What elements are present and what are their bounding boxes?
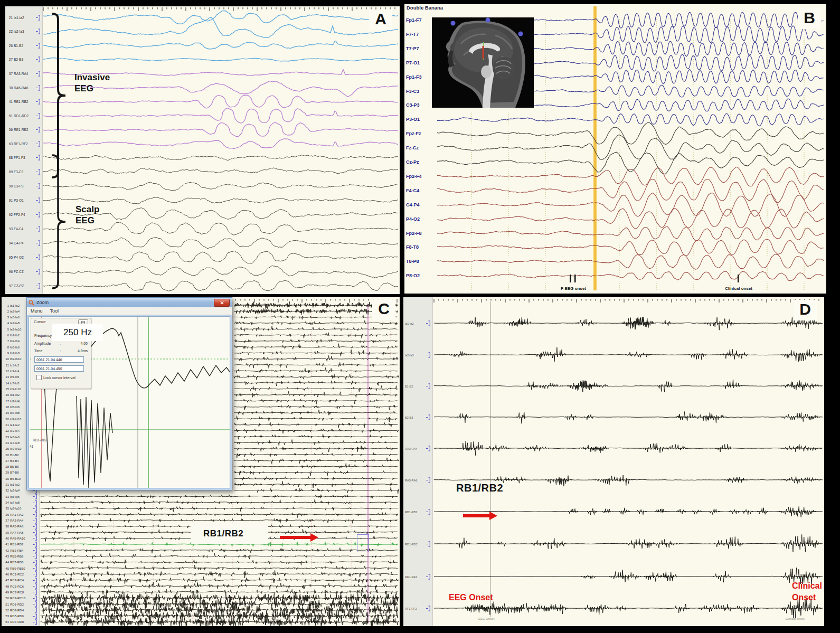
zoom-window-title: Zoom: [36, 300, 49, 305]
menu-item-tool[interactable]: Tool: [50, 308, 59, 314]
scale-marker-icon: [33, 500, 39, 506]
scale-marker-icon: [36, 85, 42, 91]
clinical-onset-label: Clinical Onset: [792, 580, 822, 603]
scale-marker-icon: [426, 477, 432, 483]
zoom-channel-number: 41: [30, 445, 33, 448]
scale-marker-icon: [33, 613, 39, 619]
menu-item-menu[interactable]: Menu: [31, 308, 43, 314]
channel-label-row: 51 RD1-RD2: [2, 602, 39, 607]
channel-label-row: 97 CZ-PZ: [5, 283, 42, 288]
scale-marker-icon: [36, 15, 42, 21]
scale-marker-icon: [33, 589, 39, 595]
channel-label-row: 52 RD3-RD4: [2, 608, 39, 613]
scale-marker-icon: [36, 29, 42, 34]
channel-label: T8-P8: [406, 258, 419, 264]
scale-marker-icon: [33, 596, 39, 601]
feeg-onset-label: F-EEG onset: [561, 286, 586, 291]
channel-label: P7-O1: [406, 60, 420, 66]
scale-marker-icon: [426, 446, 432, 451]
lock-cursor-row: Lock cursor interval: [36, 375, 75, 380]
channel-label-row: 44 RB7-RB8: [2, 560, 39, 565]
amplitude-value: 4.00: [64, 342, 88, 346]
scale-marker-icon: [36, 197, 42, 203]
channel-label-row: 89 F3-C3: [5, 169, 42, 174]
zoom-window-menubar: Menu Tool: [27, 307, 232, 315]
scale-marker-icon: [36, 141, 42, 147]
channel-label-row: 22 la2-la3: [5, 29, 42, 34]
channel-label-row: 27 B2-B3: [5, 57, 42, 62]
amplitude-label: Amplitude: [34, 342, 56, 346]
scale-marker-icon: [426, 606, 432, 611]
channel-label: Fp2-F8: [406, 230, 422, 237]
scale-marker-icon: [33, 560, 39, 565]
channel-label-row: 40 RA9-RA10: [2, 536, 39, 541]
scale-marker-icon: [33, 578, 39, 583]
scale-marker-icon: [426, 414, 432, 420]
channel-label-row: 49 RC7-RC8: [2, 590, 39, 595]
channel-label: T7-P7: [406, 45, 419, 52]
channel-label: C3-P3: [406, 102, 420, 108]
scale-marker-icon: [36, 155, 42, 160]
scale-marker-icon: [426, 541, 432, 547]
frequency-callout: 250 Hz: [52, 324, 103, 341]
scale-marker-icon: [36, 56, 42, 62]
scale-marker-icon: [36, 43, 42, 49]
scale-marker-icon: [33, 553, 39, 559]
scale-marker-icon: [33, 565, 39, 571]
lock-cursor-checkbox[interactable]: [36, 375, 42, 380]
channel-label-row: B2-B3: [403, 415, 432, 420]
zoom-window-client: RB1-RB2 41 Cursor Frequency : Amplitude: [29, 316, 230, 488]
channel-label-row: 42 RB3-RB4: [2, 548, 39, 553]
scale-marker-icon: [36, 183, 42, 189]
scale-marker-icon: [33, 512, 39, 517]
channel-label: P4-O2: [406, 216, 420, 222]
panel-letter-b: B: [798, 8, 821, 29]
red-arrow-icon: [280, 536, 310, 539]
channel-label-row: 46 RC1-RC2: [2, 572, 39, 577]
channel-label: Fp1-F7: [406, 17, 422, 23]
zoom-window-titlebar[interactable]: Zoom: [27, 298, 232, 307]
scale-marker-icon: [426, 509, 432, 515]
channel-label-row: RF1-RF2: [403, 606, 432, 611]
cursor-time-field-1[interactable]: [34, 356, 84, 363]
scale-marker-icon: [36, 127, 42, 133]
channel-label-row: 92 FP2-F4: [5, 212, 42, 217]
scale-marker-icon: [36, 212, 42, 218]
channel-label-row: 56 RE1-RE2: [5, 127, 42, 133]
channel-label: P8-O2: [406, 272, 420, 279]
scale-marker-icon: [33, 547, 39, 553]
channel-label-row: 38 RA5-RA6: [5, 85, 42, 90]
scale-marker-icon: [36, 226, 42, 232]
channel-label-row: 36 RA1-RA2: [2, 512, 39, 517]
channel-label-row: 54 RD7-RD8: [2, 619, 39, 625]
channel-label-row: 26 B1-B2: [5, 43, 42, 48]
channel-label-row: 39 RA7-RA8: [2, 530, 39, 535]
close-button[interactable]: [214, 299, 230, 307]
scale-marker-icon: [36, 269, 42, 275]
channel-label: C4-P4: [406, 202, 420, 208]
scale-marker-icon: [33, 518, 39, 524]
panel-a: 21 la1-la2 22 la2-la3 26 B1-B2: [5, 6, 400, 294]
scale-marker-icon: [36, 169, 42, 175]
channel-label: F7-T7: [406, 31, 419, 37]
channel-label-row: B1-B2: [403, 384, 432, 389]
selection-box: [357, 534, 369, 552]
scalp-eeg-label: Scalp EEG: [75, 204, 99, 226]
channel-label-row: 96 FZ-CZ: [5, 269, 42, 274]
channel-label: F3-C3: [406, 88, 419, 95]
rb1-rb2-annotation: RB1/RB2: [456, 482, 503, 494]
channel-label-row: 53 RD5-RD6: [2, 613, 39, 619]
channel-label-row: RD1-RD2: [403, 542, 432, 547]
channel-label-row: la1-la2: [403, 321, 432, 326]
cursor-time-field-2[interactable]: [34, 365, 84, 372]
channel-label-row: 37 RA3-RA4: [2, 518, 39, 523]
eeg-onset-label: EEG Onset: [449, 592, 493, 603]
channel-label: Fz-Cz: [406, 145, 419, 151]
eeg-onset-marker-label: EEG Onset: [478, 617, 494, 620]
channel-label: Fp1-F3: [406, 74, 422, 80]
panel-c: 1 la1-la2 2 la3-la4 3 la5-la6: [2, 297, 400, 626]
channel-label-row: RE1-RE2: [403, 574, 432, 580]
channel-label-row: 35 lg9-lg10: [2, 506, 39, 511]
channel-label: Fp2-F4: [406, 173, 422, 179]
channel-label-row: la2-la3: [403, 353, 432, 358]
